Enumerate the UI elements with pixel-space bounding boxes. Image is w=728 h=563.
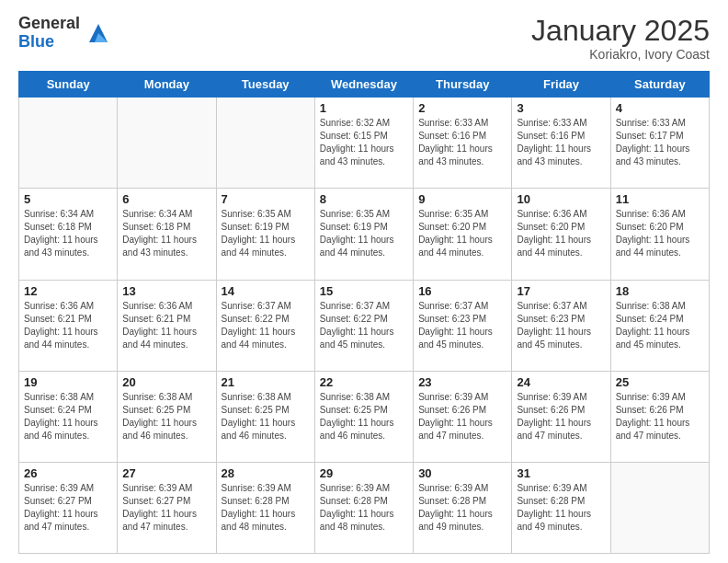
day-info: Sunrise: 6:39 AM Sunset: 6:27 PM Dayligh… (122, 482, 210, 534)
calendar: Sunday Monday Tuesday Wednesday Thursday… (18, 71, 710, 554)
day-info: Sunrise: 6:39 AM Sunset: 6:28 PM Dayligh… (320, 482, 408, 534)
table-row: 11Sunrise: 6:36 AM Sunset: 6:20 PM Dayli… (610, 189, 709, 280)
day-number: 18 (616, 284, 704, 298)
col-sunday: Sunday (19, 72, 118, 98)
day-number: 27 (122, 466, 210, 480)
calendar-week-row: 19Sunrise: 6:38 AM Sunset: 6:24 PM Dayli… (19, 371, 710, 462)
table-row: 3Sunrise: 6:33 AM Sunset: 6:16 PM Daylig… (512, 98, 610, 189)
calendar-week-row: 26Sunrise: 6:39 AM Sunset: 6:27 PM Dayli… (19, 462, 710, 553)
day-info: Sunrise: 6:37 AM Sunset: 6:23 PM Dayligh… (418, 300, 506, 351)
day-info: Sunrise: 6:38 AM Sunset: 6:25 PM Dayligh… (320, 391, 408, 442)
table-row: 21Sunrise: 6:38 AM Sunset: 6:25 PM Dayli… (216, 371, 314, 462)
col-thursday: Thursday (414, 72, 512, 98)
table-row: 2Sunrise: 6:33 AM Sunset: 6:16 PM Daylig… (414, 98, 512, 189)
table-row: 14Sunrise: 6:37 AM Sunset: 6:22 PM Dayli… (216, 280, 314, 371)
day-number: 2 (418, 101, 506, 115)
day-info: Sunrise: 6:37 AM Sunset: 6:22 PM Dayligh… (320, 300, 408, 351)
title-area: January 2025 Koriakro, Ivory Coast (531, 15, 710, 62)
day-number: 17 (517, 284, 605, 298)
table-row: 20Sunrise: 6:38 AM Sunset: 6:25 PM Dayli… (118, 371, 216, 462)
day-info: Sunrise: 6:38 AM Sunset: 6:25 PM Dayligh… (122, 391, 210, 442)
table-row: 18Sunrise: 6:38 AM Sunset: 6:24 PM Dayli… (610, 280, 709, 371)
day-number: 15 (320, 284, 408, 298)
day-info: Sunrise: 6:38 AM Sunset: 6:25 PM Dayligh… (222, 391, 310, 442)
day-info: Sunrise: 6:38 AM Sunset: 6:24 PM Dayligh… (24, 391, 112, 442)
table-row: 16Sunrise: 6:37 AM Sunset: 6:23 PM Dayli… (414, 280, 512, 371)
day-info: Sunrise: 6:39 AM Sunset: 6:26 PM Dayligh… (616, 391, 704, 442)
day-number: 8 (320, 192, 408, 206)
day-number: 7 (222, 192, 310, 206)
col-saturday: Saturday (610, 72, 709, 98)
day-number: 28 (222, 466, 310, 480)
day-number: 22 (320, 375, 408, 389)
logo-blue: Blue (18, 33, 80, 52)
day-info: Sunrise: 6:39 AM Sunset: 6:26 PM Dayligh… (418, 391, 506, 442)
day-number: 25 (616, 375, 704, 389)
day-info: Sunrise: 6:34 AM Sunset: 6:18 PM Dayligh… (24, 208, 112, 259)
day-info: Sunrise: 6:35 AM Sunset: 6:20 PM Dayligh… (418, 208, 506, 259)
day-number: 20 (122, 375, 210, 389)
table-row: 1Sunrise: 6:32 AM Sunset: 6:15 PM Daylig… (314, 98, 413, 189)
table-row: 5Sunrise: 6:34 AM Sunset: 6:18 PM Daylig… (19, 189, 118, 280)
page: General Blue January 2025 Koriakro, Ivor… (0, 0, 728, 563)
day-number: 10 (517, 192, 605, 206)
table-row: 29Sunrise: 6:39 AM Sunset: 6:28 PM Dayli… (314, 462, 413, 553)
day-info: Sunrise: 6:39 AM Sunset: 6:28 PM Dayligh… (517, 482, 605, 534)
day-info: Sunrise: 6:37 AM Sunset: 6:22 PM Dayligh… (222, 300, 310, 351)
table-row (610, 462, 709, 553)
day-info: Sunrise: 6:33 AM Sunset: 6:17 PM Dayligh… (616, 117, 704, 168)
day-info: Sunrise: 6:39 AM Sunset: 6:26 PM Dayligh… (517, 391, 605, 442)
day-number: 1 (320, 101, 408, 115)
day-number: 16 (418, 284, 506, 298)
table-row: 12Sunrise: 6:36 AM Sunset: 6:21 PM Dayli… (19, 280, 118, 371)
table-row (216, 98, 314, 189)
day-info: Sunrise: 6:33 AM Sunset: 6:16 PM Dayligh… (517, 117, 605, 168)
header: General Blue January 2025 Koriakro, Ivor… (18, 15, 710, 62)
table-row: 23Sunrise: 6:39 AM Sunset: 6:26 PM Dayli… (414, 371, 512, 462)
day-info: Sunrise: 6:33 AM Sunset: 6:16 PM Dayligh… (418, 117, 506, 168)
col-friday: Friday (512, 72, 610, 98)
table-row: 9Sunrise: 6:35 AM Sunset: 6:20 PM Daylig… (414, 189, 512, 280)
day-info: Sunrise: 6:35 AM Sunset: 6:19 PM Dayligh… (320, 208, 408, 259)
table-row (118, 98, 216, 189)
calendar-week-row: 12Sunrise: 6:36 AM Sunset: 6:21 PM Dayli… (19, 280, 710, 371)
day-number: 21 (222, 375, 310, 389)
day-info: Sunrise: 6:39 AM Sunset: 6:27 PM Dayligh… (24, 482, 112, 534)
day-number: 19 (24, 375, 112, 389)
col-wednesday: Wednesday (314, 72, 413, 98)
day-number: 4 (616, 101, 704, 115)
subtitle: Koriakro, Ivory Coast (531, 47, 710, 62)
day-info: Sunrise: 6:39 AM Sunset: 6:28 PM Dayligh… (418, 482, 506, 534)
col-tuesday: Tuesday (216, 72, 314, 98)
day-number: 5 (24, 192, 112, 206)
day-number: 31 (517, 466, 605, 480)
table-row: 30Sunrise: 6:39 AM Sunset: 6:28 PM Dayli… (414, 462, 512, 553)
logo-text: General Blue (18, 15, 80, 52)
day-number: 6 (122, 192, 210, 206)
day-info: Sunrise: 6:32 AM Sunset: 6:15 PM Dayligh… (320, 117, 408, 168)
table-row: 26Sunrise: 6:39 AM Sunset: 6:27 PM Dayli… (19, 462, 118, 553)
day-number: 26 (24, 466, 112, 480)
day-number: 11 (616, 192, 704, 206)
calendar-header-row: Sunday Monday Tuesday Wednesday Thursday… (19, 72, 710, 98)
table-row: 19Sunrise: 6:38 AM Sunset: 6:24 PM Dayli… (19, 371, 118, 462)
day-info: Sunrise: 6:34 AM Sunset: 6:18 PM Dayligh… (122, 208, 210, 259)
day-info: Sunrise: 6:37 AM Sunset: 6:23 PM Dayligh… (517, 300, 605, 351)
day-number: 13 (122, 284, 210, 298)
table-row: 10Sunrise: 6:36 AM Sunset: 6:20 PM Dayli… (512, 189, 610, 280)
day-number: 23 (418, 375, 506, 389)
day-info: Sunrise: 6:36 AM Sunset: 6:20 PM Dayligh… (517, 208, 605, 259)
calendar-week-row: 5Sunrise: 6:34 AM Sunset: 6:18 PM Daylig… (19, 189, 710, 280)
day-info: Sunrise: 6:38 AM Sunset: 6:24 PM Dayligh… (616, 300, 704, 351)
day-info: Sunrise: 6:36 AM Sunset: 6:20 PM Dayligh… (616, 208, 704, 259)
table-row: 28Sunrise: 6:39 AM Sunset: 6:28 PM Dayli… (216, 462, 314, 553)
table-row: 7Sunrise: 6:35 AM Sunset: 6:19 PM Daylig… (216, 189, 314, 280)
table-row: 6Sunrise: 6:34 AM Sunset: 6:18 PM Daylig… (118, 189, 216, 280)
day-number: 29 (320, 466, 408, 480)
day-info: Sunrise: 6:36 AM Sunset: 6:21 PM Dayligh… (24, 300, 112, 351)
day-number: 30 (418, 466, 506, 480)
table-row: 24Sunrise: 6:39 AM Sunset: 6:26 PM Dayli… (512, 371, 610, 462)
table-row: 25Sunrise: 6:39 AM Sunset: 6:26 PM Dayli… (610, 371, 709, 462)
month-title: January 2025 (531, 15, 710, 47)
table-row: 27Sunrise: 6:39 AM Sunset: 6:27 PM Dayli… (118, 462, 216, 553)
